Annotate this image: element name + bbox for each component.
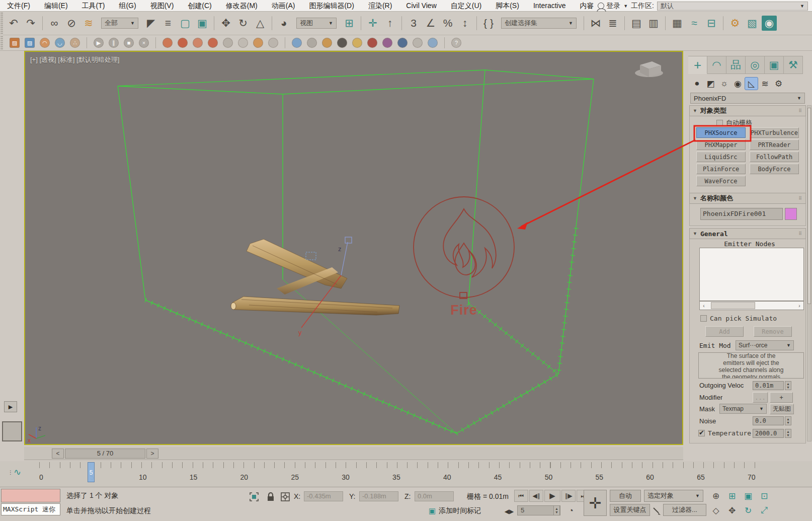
cat-spacewarps[interactable]: ≋	[758, 77, 772, 90]
menu-item[interactable]: 工具(T)	[75, 0, 112, 12]
zoom-region-icon[interactable]: ⊡	[758, 489, 771, 502]
outgoing-velocity-field[interactable]: 0.01m	[753, 381, 784, 390]
angle-snap-icon[interactable]: ∠	[423, 16, 438, 31]
select-and-place-icon[interactable]: ◕	[276, 16, 291, 31]
track-bar[interactable]: ⋮∿ 0510152025303540455055606570 5	[0, 461, 812, 487]
curve-editor-icon[interactable]: ≈	[687, 16, 702, 31]
can-pick-checkbox[interactable]	[700, 315, 707, 322]
temperature-field[interactable]: 2000.0	[753, 429, 784, 438]
tab-hierarchy[interactable]: 品	[726, 56, 746, 74]
schematic-view-icon[interactable]: ⊟	[704, 16, 719, 31]
add-button[interactable]: Add	[705, 326, 744, 337]
emit-mode-dropdown[interactable]: Surf⋯orce▼	[736, 340, 794, 350]
phx-example-fire-4-icon[interactable]	[208, 38, 218, 48]
mini-curve-editor-icon[interactable]: ⋮∿	[8, 466, 23, 478]
cat-shapes[interactable]: ◩	[704, 77, 717, 90]
phx-example-liquid-1-icon[interactable]	[292, 38, 302, 48]
previous-frame-button[interactable]: ◀∥	[529, 490, 543, 502]
menu-overflow-icon[interactable]: »	[586, 2, 595, 11]
phx-example-liquid-7-icon[interactable]	[382, 38, 392, 48]
material-editor-icon[interactable]: ▦	[670, 16, 685, 31]
phx-example-liquid-8-icon[interactable]	[397, 38, 408, 48]
z-coordinate-field[interactable]: 0.0m	[415, 491, 454, 501]
maxscript-mini-listener[interactable]: MAXScript 迷你	[1, 503, 60, 515]
toolbar-drag-handle[interactable]	[1, 13, 3, 34]
workspace-dropdown[interactable]: 默认▼	[657, 2, 808, 11]
redo-icon[interactable]: ↷	[23, 16, 38, 31]
tab-motion[interactable]: ◎	[746, 56, 765, 74]
align-icon[interactable]: ≣	[605, 16, 620, 31]
snap-toggle-3d-icon[interactable]: 3	[406, 16, 421, 31]
phx-example-fire-1-icon[interactable]	[163, 38, 173, 48]
auto-key-button[interactable]: 自动	[610, 490, 641, 502]
time-configuration-icon[interactable]: ◔	[565, 505, 577, 516]
phx-reset-sim-icon[interactable]: ×	[139, 38, 149, 48]
scroll-thumb[interactable]	[711, 302, 755, 309]
phx-help-icon[interactable]: ?	[451, 38, 461, 48]
noise-field[interactable]: 0.0	[753, 416, 784, 425]
menu-item[interactable]: 编辑(E)	[37, 0, 75, 12]
phx-example-fire-8-icon[interactable]	[268, 38, 278, 48]
key-mode-toggle[interactable]: ◀▶	[503, 505, 515, 517]
use-center-icon[interactable]: ⊞	[342, 16, 357, 31]
scroll-right-icon[interactable]: ›	[795, 302, 803, 310]
remove-button[interactable]: Remove	[754, 326, 792, 337]
phx-pool-preset-icon[interactable]: ◡	[55, 38, 65, 48]
set-key-big-button[interactable]: ✛	[584, 490, 607, 516]
phx-stop-sim-icon[interactable]: ■	[124, 38, 134, 48]
zoom-all-icon[interactable]: ⊞	[725, 489, 739, 502]
sample-slot[interactable]	[2, 421, 22, 441]
maxscript-mini-listener-pink[interactable]	[1, 489, 60, 502]
menu-item[interactable]: Civil View	[399, 0, 443, 12]
cat-geometry[interactable]: ●	[690, 77, 704, 90]
window-crossing-icon[interactable]: ▣	[195, 16, 210, 31]
phx-example-liquid-4-icon[interactable]	[337, 38, 347, 48]
wood-logs[interactable]	[231, 239, 399, 315]
selection-lock-icon[interactable]	[265, 491, 276, 502]
phx-particles-preset-icon[interactable]: ∴	[70, 38, 80, 48]
y-coordinate-field[interactable]: -0.188m	[359, 491, 398, 501]
edit-named-sets-icon[interactable]: { }	[481, 16, 496, 31]
modifier-add-button[interactable]: +	[770, 392, 793, 403]
phx-example-fire-5-icon[interactable]	[223, 38, 233, 48]
select-and-move-icon[interactable]: ✥	[218, 16, 233, 31]
unlink-selection-icon[interactable]: ⊘	[64, 16, 79, 31]
prev-frame-button[interactable]: <	[52, 449, 64, 459]
outgoing-velocity-spinner[interactable]: ▲▼	[785, 381, 791, 390]
phx-pause-sim-icon[interactable]: ∥	[109, 38, 119, 48]
menu-item[interactable]: Interactive	[526, 0, 573, 12]
menu-item[interactable]: 修改器(M)	[219, 0, 265, 12]
selection-filter-dropdown[interactable]: 全部▼	[101, 18, 138, 29]
percent-snap-icon[interactable]: %	[440, 16, 455, 31]
mask-type-dropdown[interactable]: Texmap▼	[719, 404, 767, 414]
select-object-icon[interactable]: ◤	[143, 16, 158, 31]
key-filters-button[interactable]: 过滤器...	[663, 504, 706, 516]
zoom-icon[interactable]: ⊕	[709, 489, 722, 502]
spinner-snap-icon[interactable]: ↕	[457, 16, 472, 31]
menu-item[interactable]: 图形编辑器(D)	[302, 0, 361, 12]
field-of-view-icon[interactable]: ◇	[709, 504, 722, 517]
keyboard-override-icon[interactable]: ↑	[382, 16, 397, 31]
phx-example-fire-3-icon[interactable]	[193, 38, 203, 48]
zoom-extents-icon[interactable]: ▣	[742, 489, 755, 502]
absolute-mode-icon[interactable]	[280, 491, 291, 502]
time-slider-handle[interactable]: 5 / 70	[65, 449, 145, 459]
cat-cameras[interactable]: ◉	[731, 77, 745, 90]
noise-spinner[interactable]: ▲▼	[785, 416, 791, 425]
phx-example-liquid-5-icon[interactable]	[352, 38, 362, 48]
menu-item[interactable]: 组(G)	[112, 0, 143, 12]
render-production-icon[interactable]: ◉	[762, 16, 777, 31]
orbit-icon[interactable]: ↻	[742, 504, 755, 517]
cat-systems[interactable]: ⚙	[772, 77, 785, 90]
temperature-spinner[interactable]: ▲▼	[785, 429, 791, 438]
add-time-tag[interactable]: ▣ 添加时间标记	[429, 506, 481, 515]
phx-example-fire-2-icon[interactable]	[178, 38, 188, 48]
menu-item[interactable]: 创建(C)	[181, 0, 218, 12]
category-dropdown[interactable]: PhoenixFD▼	[690, 93, 805, 104]
reference-coordinate-dropdown[interactable]: 视图▼	[296, 18, 337, 29]
view-cube[interactable]	[635, 61, 663, 77]
phx-example-liquid-9-icon[interactable]	[413, 38, 423, 48]
scroll-left-icon[interactable]: ‹	[700, 302, 708, 310]
mirror-icon[interactable]: ⋈	[588, 16, 603, 31]
go-to-start-button[interactable]: ⏮	[514, 490, 528, 502]
